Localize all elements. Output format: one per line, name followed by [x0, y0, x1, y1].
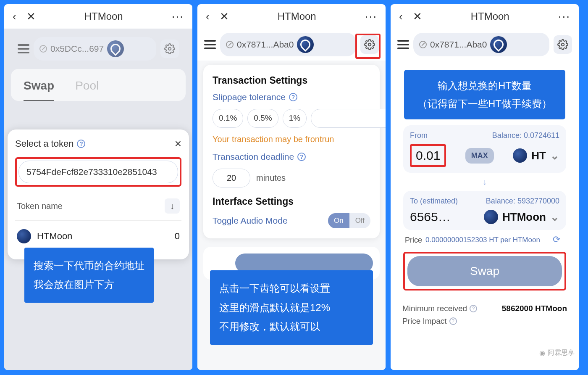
browser-topbar: ‹ ✕ HTMoon ···: [197, 4, 386, 29]
toggle-on: On: [328, 213, 349, 228]
to-label: To (estimated): [410, 197, 458, 206]
highlight-box: 0.01: [410, 144, 446, 167]
watermark: ◉ 阿霖思享: [539, 349, 575, 357]
frontrun-warning: Your transaction may be frontrun: [213, 135, 370, 144]
swap-direction-icon[interactable]: ↓: [403, 177, 566, 187]
slippage-option-01[interactable]: 0.1%: [213, 109, 243, 128]
weibo-icon: ◉: [539, 349, 545, 357]
menu-icon[interactable]: [18, 44, 29, 53]
to-token-selector[interactable]: HTMoon ⌄: [484, 210, 559, 224]
slippage-option-05[interactable]: 0.5%: [247, 109, 278, 128]
deadline-input[interactable]: [213, 169, 250, 188]
select-token-modal: Select a token ? × Token name ↓ HTMoon 0: [8, 129, 189, 259]
back-icon[interactable]: ‹: [399, 10, 403, 23]
htmoon-token-icon: [17, 229, 31, 243]
from-amount-input[interactable]: 0.01: [416, 148, 440, 162]
page-title: HTMoon: [278, 11, 316, 22]
gear-icon: [164, 43, 175, 54]
annotation-line: 点击一下齿轮可以看设置: [219, 279, 364, 298]
annotation-line: 搜索一下代币的合约地址: [34, 256, 144, 275]
interface-settings-heading: Interface Settings: [213, 196, 370, 207]
settings-button[interactable]: [160, 40, 179, 58]
annotation-line: 不用修改，默认就可以: [219, 317, 364, 336]
swap-button[interactable]: Swap: [407, 256, 562, 286]
price-value: 0.00000000152303 HT per HTMoon: [425, 236, 553, 244]
token-list-item[interactable]: HTMoon 0: [15, 221, 181, 252]
back-icon[interactable]: ‹: [13, 10, 16, 23]
tab-pool[interactable]: Pool: [75, 79, 99, 101]
slippage-label: Slippage tolerance: [213, 92, 286, 102]
min-received-value: 5862000 HTMoon: [502, 304, 567, 313]
refresh-price-icon[interactable]: ⟳: [553, 234, 564, 246]
close-icon[interactable]: ✕: [220, 10, 229, 23]
link-icon: [417, 39, 428, 50]
annotation-line: 这里的滑点默认就是12%: [219, 298, 364, 317]
highlight-box: [15, 157, 181, 187]
browser-topbar: ‹ ✕ HTMoon ···: [4, 4, 192, 29]
from-token-selector[interactable]: HT ⌄: [513, 148, 559, 163]
menu-icon[interactable]: [397, 40, 409, 49]
help-icon[interactable]: ?: [470, 305, 477, 312]
to-amount-output: 6565…: [410, 210, 451, 224]
deadline-label: Transaction deadline: [213, 152, 294, 162]
huobi-logo-icon: [107, 40, 124, 57]
token-symbol: HTMoon: [37, 231, 72, 242]
from-token-symbol: HT: [531, 149, 546, 162]
slippage-custom-input[interactable]: [311, 109, 386, 128]
token-balance: 0: [175, 231, 180, 242]
svg-point-2: [562, 43, 564, 46]
from-label: From: [410, 131, 428, 140]
close-icon[interactable]: ✕: [26, 10, 36, 23]
page-title: HTMoon: [84, 11, 123, 22]
help-icon[interactable]: ?: [77, 140, 85, 148]
swap-to-block: To (estimated) Balance: 5932770000 6565……: [403, 191, 566, 230]
token-search-input[interactable]: [18, 161, 178, 183]
annotation-line: （记得留下一些HT做手续费）: [410, 95, 559, 113]
modal-close-icon[interactable]: ×: [175, 137, 181, 151]
deadline-unit: minutes: [256, 173, 286, 183]
swap-from-block: From Balance: 0.0724611 0.01 MAX HT ⌄: [403, 125, 566, 173]
help-icon[interactable]: ?: [297, 153, 306, 161]
wallet-address: 0x5DCc...697: [50, 44, 104, 54]
audio-mode-toggle[interactable]: On Off: [328, 213, 370, 228]
back-icon[interactable]: ‹: [206, 10, 210, 23]
transaction-settings-heading: Transaction Settings: [213, 75, 370, 86]
arrow-down-icon: ↓: [170, 201, 174, 211]
menu-icon[interactable]: [204, 40, 216, 49]
max-button[interactable]: MAX: [465, 148, 494, 164]
help-icon[interactable]: ?: [289, 93, 297, 101]
swap-pool-tabs: Swap Pool: [11, 69, 186, 101]
close-icon[interactable]: ✕: [413, 10, 422, 23]
hidden-button: [235, 254, 373, 273]
huobi-logo-icon: [297, 36, 314, 53]
highlight-box: [355, 34, 381, 59]
swap-footer-info: Minimum received ? 5862000 HTMoon Price …: [396, 297, 573, 336]
token-name-header: Token name: [17, 201, 63, 211]
wallet-address-pill[interactable]: 0x7871...Aba0: [413, 33, 549, 56]
wallet-address: 0x7871...Aba0: [430, 40, 487, 50]
slippage-option-1[interactable]: 1%: [283, 109, 307, 128]
to-balance: Balance: 5932770000: [486, 197, 559, 206]
toggle-off: Off: [349, 213, 370, 228]
audio-mode-label: Toggle Audio Mode: [213, 216, 288, 226]
settings-button[interactable]: [554, 35, 572, 54]
htmoon-token-icon: [484, 210, 498, 224]
more-icon[interactable]: ···: [365, 10, 377, 23]
sort-button[interactable]: ↓: [165, 198, 180, 214]
tab-swap[interactable]: Swap: [24, 79, 54, 101]
chevron-down-icon: ⌄: [550, 149, 559, 162]
modal-title: Select a token: [15, 138, 74, 149]
ht-token-icon: [513, 148, 527, 163]
more-icon[interactable]: ···: [558, 10, 570, 23]
more-icon[interactable]: ···: [172, 10, 184, 23]
wallet-address-pill[interactable]: 0x5DCc...697: [34, 37, 156, 61]
settings-popover: Transaction Settings Slippage tolerance …: [203, 65, 380, 238]
link-icon: [224, 39, 235, 50]
help-icon[interactable]: ?: [449, 317, 457, 325]
min-received-label: Minimum received: [402, 304, 467, 313]
browser-topbar: ‹ ✕ HTMoon ···: [391, 4, 579, 29]
wallet-address: 0x7871...Aba0: [237, 40, 294, 50]
huobi-logo-icon: [490, 36, 507, 53]
wallet-address-pill[interactable]: 0x7871...Aba0: [220, 33, 356, 56]
svg-point-0: [168, 48, 171, 50]
